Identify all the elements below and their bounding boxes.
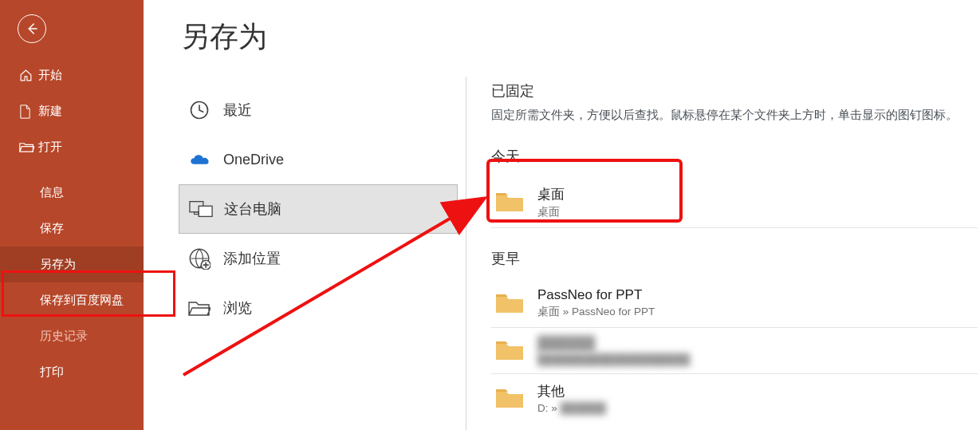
location-onedrive[interactable]: OneDrive — [179, 135, 458, 184]
svg-rect-4 — [195, 212, 199, 215]
folder-row-desktop[interactable]: 桌面 桌面 — [491, 177, 978, 228]
sidebar-label: 新建 — [38, 104, 62, 119]
add-place-icon — [188, 247, 223, 270]
sidebar-item-open[interactable]: 打开 — [0, 129, 144, 165]
folder-name: 其他 — [537, 382, 606, 400]
home-icon — [19, 69, 38, 82]
folder-icon — [494, 386, 537, 410]
folder-open-icon — [19, 141, 38, 153]
folder-path: 桌面 — [537, 205, 565, 219]
folder-list-column: 已固定 固定所需文件夹，方便以后查找。鼠标悬停在某个文件夹上方时，单击显示的图钉… — [466, 0, 980, 430]
sidebar-item-saveas[interactable]: 另存为 — [0, 247, 144, 282]
folder-name: ██████ — [537, 336, 690, 352]
section-pinned-header: 已固定 — [491, 81, 980, 101]
folder-row-redacted[interactable]: ██████ ████████████████████ — [491, 328, 978, 374]
sidebar-item-history[interactable]: 历史记录 — [0, 318, 144, 354]
back-arrow-icon — [25, 22, 39, 36]
section-today-header: 今天 — [491, 147, 980, 166]
clock-icon — [188, 99, 223, 121]
location-add-place[interactable]: 添加位置 — [179, 234, 458, 283]
folder-row-other[interactable]: 其他 D: » ██████ — [491, 374, 978, 422]
browse-folder-icon — [188, 299, 223, 317]
sidebar-item-save[interactable]: 保存 — [0, 211, 144, 247]
svg-rect-3 — [199, 206, 212, 216]
section-older-header: 更早 — [491, 249, 980, 268]
sidebar-item-home[interactable]: 开始 — [0, 57, 144, 93]
sidebar-item-info[interactable]: 信息 — [0, 175, 144, 211]
location-column: 另存为 最近 OneDrive 这台电脑 添加位置 浏览 — [179, 0, 466, 430]
sidebar-item-print[interactable]: 打印 — [0, 354, 144, 390]
folder-icon — [494, 291, 537, 315]
folder-icon — [494, 190, 537, 214]
back-button[interactable] — [18, 14, 46, 43]
folder-icon — [494, 338, 537, 362]
folder-name: PassNeo for PPT — [537, 287, 655, 303]
backstage-sidebar: 开始 新建 打开 信息 保存 另存为 保存到百度网盘 历史记录 打印 — [0, 0, 144, 430]
sidebar-label: 开始 — [38, 68, 62, 83]
sidebar-item-baidupan[interactable]: 保存到百度网盘 — [0, 282, 144, 318]
page-title: 另存为 — [179, 18, 466, 57]
location-recent[interactable]: 最近 — [179, 85, 458, 135]
file-icon — [19, 105, 38, 119]
folder-path: D: » ██████ — [537, 402, 606, 414]
folder-name: 桌面 — [537, 185, 565, 203]
folder-path: ████████████████████ — [537, 353, 690, 365]
location-this-pc[interactable]: 这台电脑 — [179, 184, 458, 234]
onedrive-icon — [188, 152, 223, 168]
this-pc-icon — [189, 199, 224, 219]
folder-path: 桌面 » PassNeo for PPT — [537, 305, 655, 319]
location-browse[interactable]: 浏览 — [179, 283, 458, 333]
section-pinned-desc: 固定所需文件夹，方便以后查找。鼠标悬停在某个文件夹上方时，单击显示的图钉图标。 — [491, 107, 980, 124]
folder-row-passneo[interactable]: PassNeo for PPT 桌面 » PassNeo for PPT — [491, 279, 978, 328]
sidebar-label: 打开 — [38, 140, 62, 155]
sidebar-item-new[interactable]: 新建 — [0, 93, 144, 129]
